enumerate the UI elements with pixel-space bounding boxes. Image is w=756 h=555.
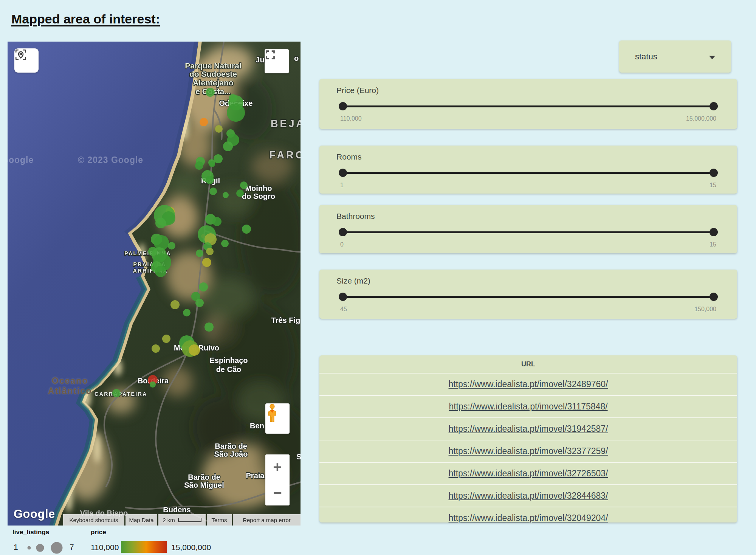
rooms-slider-track[interactable]: [340, 172, 716, 174]
legend-size-dot-medium: [36, 544, 44, 552]
slider-handle-min[interactable]: [339, 228, 347, 236]
slider-min-value: 1: [340, 182, 344, 189]
map-label: Ju: [256, 56, 264, 64]
listing-point[interactable]: [155, 266, 166, 277]
attribution-item[interactable]: Report a map error: [233, 514, 301, 526]
listing-point[interactable]: [183, 309, 191, 316]
listing-point[interactable]: [229, 94, 237, 102]
listing-point[interactable]: [199, 282, 208, 291]
table-row: https://www.idealista.pt/imovel/31175848…: [319, 395, 737, 417]
slider-handle-max[interactable]: [710, 293, 718, 301]
listing-point[interactable]: [150, 381, 156, 388]
listing-point[interactable]: [189, 344, 200, 356]
slider-label: Size (m2): [336, 276, 370, 285]
listing-point[interactable]: [168, 242, 175, 250]
select-area-button[interactable]: [14, 48, 39, 73]
listing-link[interactable]: https://www.idealista.pt/imovel/32844683…: [449, 491, 608, 501]
slider-handle-max[interactable]: [710, 102, 718, 110]
map-label: BEJA: [271, 118, 301, 130]
slider-handle-min[interactable]: [339, 169, 347, 177]
legend-color-max: 15,000,000: [171, 543, 211, 552]
map-scale: 2 km: [158, 514, 206, 526]
slider-handle-max[interactable]: [710, 169, 718, 177]
map-label: Praia: [246, 471, 265, 480]
table-row: https://www.idealista.pt/imovel/31942587…: [319, 417, 737, 440]
slider-handle-min[interactable]: [339, 102, 347, 110]
fullscreen-button[interactable]: [265, 49, 289, 73]
listing-point[interactable]: [209, 188, 217, 195]
listing-link[interactable]: https://www.idealista.pt/imovel/32377259…: [449, 446, 608, 456]
listing-point[interactable]: [236, 189, 244, 197]
listing-link[interactable]: https://www.idealista.pt/imovel/32489760…: [449, 379, 608, 389]
slider-min-value: 110,000: [340, 115, 362, 122]
attribution-item[interactable]: Map Data: [125, 514, 157, 526]
scale-bar: [178, 518, 201, 522]
price-gradient: [121, 541, 167, 553]
map-canvas[interactable]: Google© 2023 Google Parque Naturaldo Sud…: [8, 42, 301, 526]
legend-size-min: 1: [14, 543, 18, 552]
listing-point[interactable]: [112, 389, 121, 397]
bathrooms-slider-track[interactable]: [340, 231, 716, 233]
listing-link[interactable]: https://www.idealista.pt/imovel/31175848…: [449, 402, 607, 412]
listing-link[interactable]: https://www.idealista.pt/imovel/32726503…: [449, 468, 608, 479]
slider-max-value: 15: [710, 182, 716, 189]
map-label: Espinhaço: [209, 356, 248, 365]
listing-point[interactable]: [204, 322, 214, 332]
zoom-control: + −: [265, 454, 290, 505]
slider-label: Bathrooms: [336, 212, 375, 221]
listing-point[interactable]: [209, 161, 215, 167]
slider-label: Price (Euro): [336, 86, 379, 95]
listing-point[interactable]: [223, 141, 233, 151]
listing-link[interactable]: https://www.idealista.pt/imovel/32049204…: [449, 513, 608, 522]
listing-point[interactable]: [200, 118, 208, 126]
listing-point[interactable]: [221, 240, 229, 247]
map-watermark: Google: [8, 155, 34, 165]
pegman-button[interactable]: [265, 403, 290, 434]
listing-point[interactable]: [240, 181, 248, 189]
listing-point[interactable]: [206, 88, 215, 97]
table-row: https://www.idealista.pt/imovel/32844683…: [319, 484, 737, 507]
listing-point[interactable]: [170, 300, 180, 309]
listing-point[interactable]: [152, 344, 160, 353]
listing-point[interactable]: [155, 218, 166, 228]
slider-handle-min[interactable]: [339, 293, 347, 301]
legend-size-dot-large: [51, 542, 63, 554]
listing-point[interactable]: [206, 248, 214, 255]
zoom-in-button[interactable]: +: [265, 454, 290, 480]
status-dropdown-label: status: [635, 52, 657, 62]
listing-point[interactable]: [215, 125, 223, 133]
attribution-item[interactable]: Terms: [207, 514, 232, 526]
legend-color-label: price: [91, 529, 106, 536]
map-watermark: © 2023 Google: [78, 155, 143, 165]
slider-max-value: 15,000,000: [686, 115, 716, 122]
listing-point[interactable]: [242, 225, 251, 234]
google-logo[interactable]: Google: [14, 507, 55, 521]
listing-point[interactable]: [202, 258, 211, 267]
attribution-item[interactable]: Keyboard shortcuts: [63, 514, 124, 526]
map-label: o: [294, 54, 299, 63]
map-label: Três Figo: [271, 316, 301, 325]
size-slider-card: Size (m2) 45 150,000: [319, 270, 737, 319]
listing-point[interactable]: [206, 176, 214, 184]
slider-max-value: 150,000: [694, 306, 716, 313]
listing-point[interactable]: [195, 299, 204, 307]
map-label: Budens: [163, 505, 191, 514]
map-label: Atlântico: [48, 386, 92, 396]
listing-link[interactable]: https://www.idealista.pt/imovel/31942587…: [449, 424, 608, 434]
slider-handle-max[interactable]: [710, 228, 718, 236]
listing-point[interactable]: [196, 250, 203, 257]
listing-point[interactable]: [162, 335, 170, 343]
legend-color-min: 110,000: [91, 543, 119, 552]
slider-min-value: 0: [340, 241, 344, 248]
area-pin-icon: [14, 48, 27, 61]
listing-point[interactable]: [195, 161, 203, 170]
map-label: do Sogro: [242, 192, 275, 201]
zoom-out-button[interactable]: −: [265, 480, 290, 505]
price-slider-track[interactable]: [340, 105, 716, 107]
listing-point[interactable]: [212, 217, 222, 226]
listing-point[interactable]: [227, 104, 245, 122]
status-dropdown[interactable]: status: [619, 40, 731, 73]
map-label: Barão de: [215, 442, 247, 451]
size-slider-track[interactable]: [340, 296, 716, 298]
listing-point[interactable]: [223, 192, 229, 198]
